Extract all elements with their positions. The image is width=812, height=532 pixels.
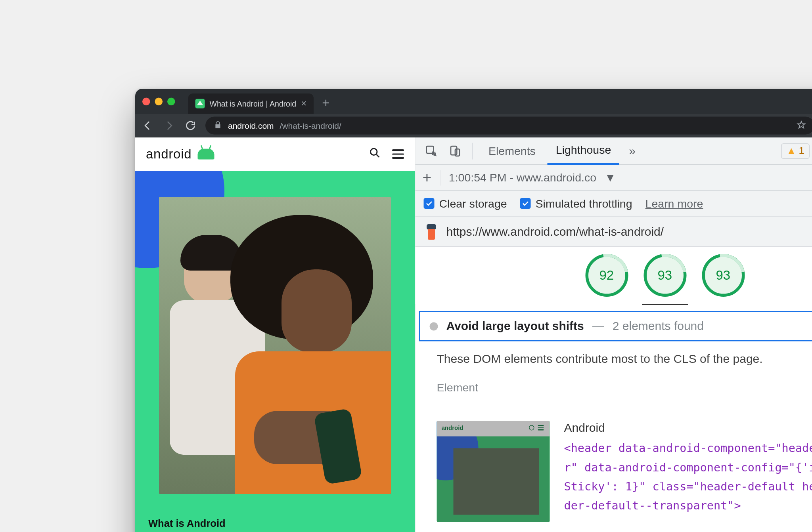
tab-title: What is Android | Android <box>210 99 297 108</box>
audit-row[interactable]: Avoid large layout shifts — 2 elements f… <box>419 311 812 341</box>
browser-tab[interactable]: What is Android | Android × <box>188 93 314 114</box>
page-header: android <box>135 137 415 171</box>
lighthouse-icon <box>425 224 438 239</box>
audit-subtitle: 2 elements found <box>613 319 704 333</box>
report-url: https://www.android.com/what-is-android/ <box>446 225 664 239</box>
tab-lighthouse[interactable]: Lighthouse <box>548 137 619 164</box>
element-thumbnail: android <box>437 421 550 522</box>
audit-title: Avoid large layout shifts <box>446 319 584 333</box>
forward-button[interactable] <box>163 119 176 132</box>
titlebar: What is Android | Android × + <box>135 89 812 114</box>
learn-more-link[interactable]: Learn more <box>645 197 703 210</box>
favicon-icon <box>195 99 205 109</box>
devtools-panel: Elements Lighthouse » ▲1 ▤23 + 1:00:54 P… <box>415 137 812 532</box>
android-logo-icon <box>197 149 214 160</box>
address-bar: android.com/what-is-android/ <box>135 114 812 137</box>
reload-button[interactable] <box>184 119 197 132</box>
search-icon[interactable] <box>368 147 381 162</box>
svg-rect-3 <box>451 146 457 154</box>
table-row[interactable]: android Android <header data-android-com… <box>437 421 812 522</box>
page-viewport[interactable]: android What is Android The platformchan… <box>135 137 415 532</box>
bookmark-star-icon[interactable] <box>797 120 806 132</box>
report-dropdown-icon[interactable]: ▼ <box>605 171 616 184</box>
browser-window: What is Android | Android × + android.co… <box>135 89 812 532</box>
hamburger-menu-icon[interactable] <box>392 149 404 158</box>
score-gauge-1[interactable]: 92 <box>588 257 625 294</box>
content-area: android What is Android The platformchan… <box>135 137 812 532</box>
report-body: 92 93 93 Avoid large layout shifts — 2 e… <box>416 247 812 532</box>
audit-status-dot-icon <box>430 322 438 330</box>
new-report-button[interactable]: + <box>423 168 432 187</box>
issues-warning-badge[interactable]: ▲1 <box>781 143 810 158</box>
lighthouse-options: Clear storage Simulated throttling Learn… <box>416 191 812 217</box>
score-gauge-2[interactable]: 93 <box>646 257 683 294</box>
back-button[interactable] <box>141 119 154 132</box>
lock-icon <box>214 120 222 131</box>
devtools-tabstrip: Elements Lighthouse » ▲1 ▤23 <box>416 137 812 165</box>
tabs-overflow-button[interactable]: » <box>623 144 642 158</box>
col-element: Element <box>437 381 810 410</box>
close-window-button[interactable] <box>142 97 150 105</box>
tab-elements[interactable]: Elements <box>480 137 544 164</box>
element-markup: <header data-android-component="header" … <box>564 439 812 515</box>
hero-image <box>159 197 391 494</box>
url-path: /what-is-android/ <box>280 121 341 130</box>
brand-wordmark: android <box>146 147 192 162</box>
device-toggle-icon[interactable] <box>445 141 465 161</box>
window-controls <box>142 97 175 105</box>
score-tab-underline <box>642 304 688 305</box>
url-host: android.com <box>228 121 274 130</box>
report-selector-label[interactable]: 1:00:54 PM - www.android.co <box>449 171 596 184</box>
url-input[interactable]: android.com/what-is-android/ <box>205 117 812 135</box>
audit-description: These DOM elements contribute most to th… <box>416 341 812 371</box>
new-tab-button[interactable]: + <box>322 95 329 111</box>
inspect-element-icon[interactable] <box>421 141 442 161</box>
lighthouse-toolbar: + 1:00:54 PM - www.android.co ▼ <box>416 165 812 191</box>
audit-table: Element CLSContribution android Android <box>416 370 812 522</box>
clear-storage-checkbox[interactable]: Clear storage <box>424 197 507 210</box>
close-tab-button[interactable]: × <box>301 98 306 109</box>
col-cls: CLSContribution <box>810 381 812 410</box>
svg-point-1 <box>371 149 377 155</box>
minimize-window-button[interactable] <box>155 97 163 105</box>
maximize-window-button[interactable] <box>167 97 175 105</box>
score-gauges: 92 93 93 <box>416 247 812 304</box>
page-kicker: What is Android <box>148 518 226 530</box>
score-gauge-3[interactable]: 93 <box>705 257 741 294</box>
report-url-row: https://www.android.com/what-is-android/ <box>416 217 812 247</box>
simulated-throttling-checkbox[interactable]: Simulated throttling <box>520 197 632 210</box>
element-title: Android <box>564 421 812 435</box>
